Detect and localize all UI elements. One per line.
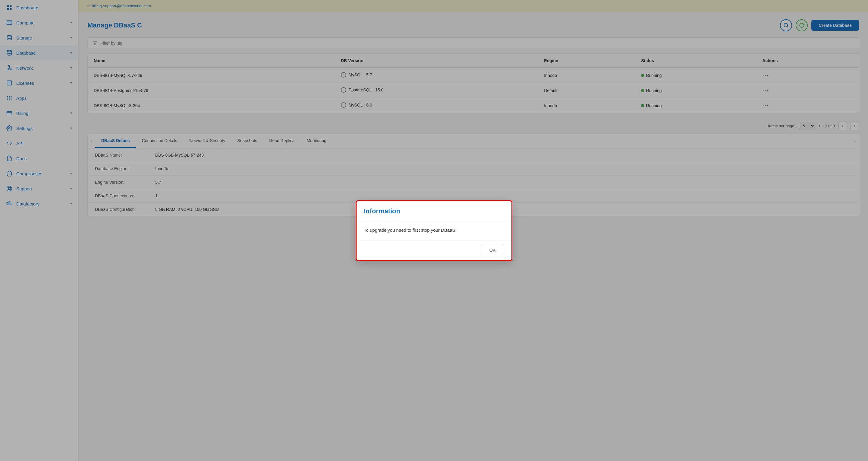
dialog-ok-button[interactable]: OK (481, 245, 504, 255)
dialog-message: To upgrade you need to first stop your D… (364, 228, 504, 233)
dialog-title: Information (364, 207, 504, 215)
dialog-header: Information (356, 201, 512, 220)
information-dialog: Information To upgrade you need to first… (355, 200, 513, 261)
dialog-body: To upgrade you need to first stop your D… (356, 220, 512, 240)
dialog-overlay[interactable]: Information To upgrade you need to first… (0, 0, 868, 461)
dialog-footer: OK (356, 240, 512, 260)
